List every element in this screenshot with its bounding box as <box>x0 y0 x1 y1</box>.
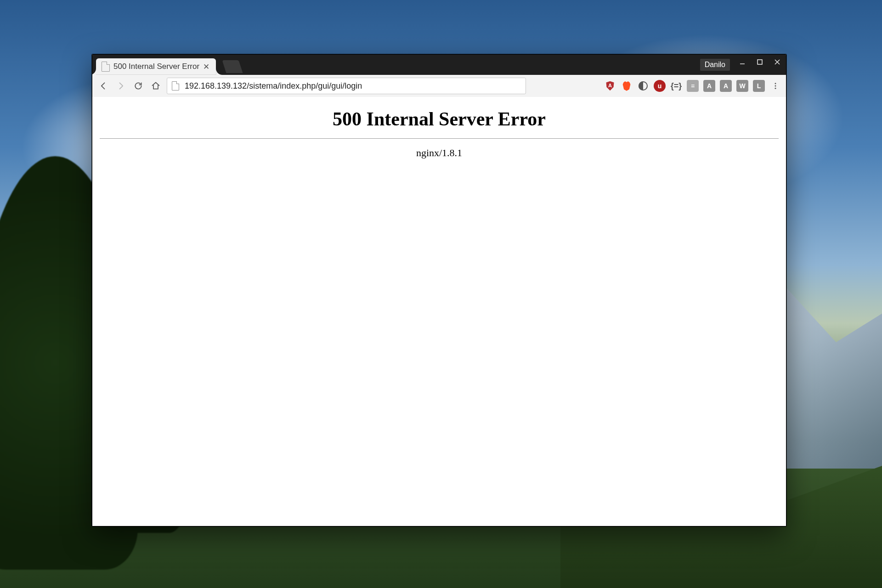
angular-icon[interactable]: A <box>604 80 616 92</box>
ext-a2-icon[interactable]: A <box>703 80 715 92</box>
page-viewport[interactable]: 500 Internal Server Error nginx/1.8.1 <box>92 97 786 526</box>
error-heading: 500 Internal Server Error <box>100 108 779 130</box>
file-icon <box>102 62 110 72</box>
browser-window: 500 Internal Server Error ✕ Danilo <box>92 54 786 526</box>
svg-point-7 <box>775 88 776 89</box>
window-controls: Danilo <box>700 55 786 75</box>
browser-menu-button[interactable] <box>769 80 781 92</box>
window-titlebar: 500 Internal Server Error ✕ Danilo <box>92 55 786 75</box>
url-input[interactable] <box>184 81 521 91</box>
page-icon <box>172 81 179 90</box>
ext-db-icon[interactable]: ≡ <box>687 80 699 92</box>
svg-text:A: A <box>608 83 612 88</box>
tab-strip: 500 Internal Server Error ✕ <box>92 55 700 75</box>
ext-w-icon[interactable]: W <box>736 80 748 92</box>
back-button[interactable] <box>97 79 110 92</box>
window-maximize-button[interactable] <box>751 56 769 68</box>
ext-l-icon[interactable]: L <box>753 80 765 92</box>
extensions-area: Au{=}≡AAWL <box>604 80 765 92</box>
ext-a3-icon[interactable]: A <box>720 80 732 92</box>
browser-toolbar: Au{=}≡AAWL <box>92 75 786 97</box>
contrast-icon[interactable] <box>637 80 649 92</box>
window-minimize-button[interactable] <box>734 56 751 68</box>
braces-icon[interactable]: {=} <box>670 80 682 92</box>
svg-point-6 <box>775 85 776 87</box>
ublock-icon[interactable]: u <box>654 80 666 92</box>
brave-icon[interactable] <box>621 80 633 92</box>
window-close-button[interactable] <box>769 56 786 68</box>
home-button[interactable] <box>149 79 162 92</box>
reload-button[interactable] <box>132 79 145 92</box>
address-bar[interactable] <box>167 78 526 94</box>
tab-title: 500 Internal Server Error <box>113 62 199 71</box>
tab-close-button[interactable]: ✕ <box>203 63 209 71</box>
forward-button[interactable] <box>114 79 127 92</box>
browser-tab[interactable]: 500 Internal Server Error ✕ <box>96 58 216 75</box>
svg-rect-1 <box>758 60 762 64</box>
divider <box>100 138 779 139</box>
server-signature: nginx/1.8.1 <box>100 147 779 159</box>
new-tab-button[interactable] <box>222 60 243 73</box>
desktop-wallpaper: 500 Internal Server Error ✕ Danilo <box>0 0 882 588</box>
error-page: 500 Internal Server Error nginx/1.8.1 <box>92 97 786 164</box>
svg-point-5 <box>775 83 776 84</box>
profile-badge[interactable]: Danilo <box>700 59 730 71</box>
